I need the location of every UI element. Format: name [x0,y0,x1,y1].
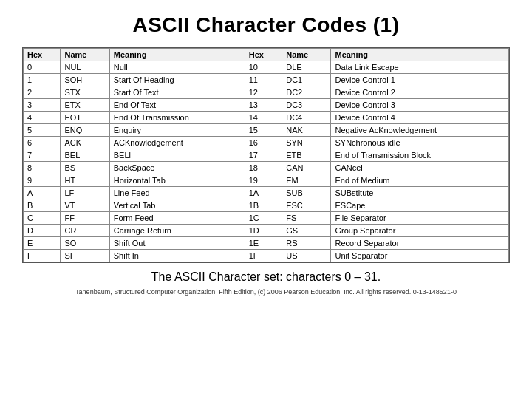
cell-name-right: EM [282,174,331,187]
cell-hex-left: 1 [24,74,61,86]
cell-meaning-left: Start Of Heading [109,74,245,86]
cell-name-left: EOT [61,112,109,124]
cell-hex-left: F [24,250,61,262]
page: ASCII Character Codes (1) Hex Name Meani… [0,0,532,399]
cell-hex-right: 13 [245,99,282,112]
cell-name-left: FF [61,212,109,225]
table-row: 6 ACK ACKnowledgement 16 SYN SYNchronous… [24,137,509,149]
cell-name-left: NUL [61,61,109,74]
cell-meaning-left: Form Feed [109,212,245,225]
cell-name-left: BS [61,162,109,174]
cell-meaning-right: CANcel [331,162,509,174]
cell-meaning-left: Null [109,61,245,74]
table-row: 5 ENQ Enquiry 15 NAK Negative AcKnowledg… [24,124,509,137]
table-row: 3 ETX End Of Text 13 DC3 Device Control … [24,99,509,112]
cell-name-left: SO [61,237,109,250]
table-row: 7 BEL BELl 17 ETB End of Transmission Bl… [24,149,509,162]
cell-hex-left: E [24,237,61,250]
cell-meaning-right: ESCape [331,200,509,212]
cell-meaning-left: Horizontal Tab [109,174,245,187]
cell-meaning-left: BELl [109,149,245,162]
cell-meaning-left: Line Feed [109,187,245,200]
cell-hex-right: 14 [245,112,282,124]
cell-name-right: SYN [282,137,331,149]
cell-name-right: ETB [282,149,331,162]
col-meaning-right: Meaning [331,49,509,61]
cell-name-left: ETX [61,99,109,112]
cell-hex-right: 12 [245,86,282,99]
table-row: 0 NUL Null 10 DLE Data Link Escape [24,61,509,74]
cell-meaning-right: Device Control 2 [331,86,509,99]
cell-meaning-left: Shift Out [109,237,245,250]
cell-hex-left: 8 [24,162,61,174]
table-row: B VT Vertical Tab 1B ESC ESCape [24,200,509,212]
table-row: E SO Shift Out 1E RS Record Separator [24,237,509,250]
ascii-table-wrapper: Hex Name Meaning Hex Name Meaning 0 NUL … [22,47,510,263]
cell-hex-right: 1B [245,200,282,212]
cell-meaning-left: Shift In [109,250,245,262]
cell-meaning-right: Device Control 3 [331,99,509,112]
cell-name-right: DC1 [282,74,331,86]
cell-meaning-left: Vertical Tab [109,200,245,212]
col-name-right: Name [282,49,331,61]
cell-hex-right: 18 [245,162,282,174]
cell-meaning-left: Enquiry [109,124,245,137]
cell-meaning-right: End of Transmission Block [331,149,509,162]
cell-name-left: VT [61,200,109,212]
cell-meaning-right: Data Link Escape [331,61,509,74]
cell-hex-right: 1E [245,237,282,250]
cell-hex-left: 2 [24,86,61,99]
cell-hex-left: A [24,187,61,200]
col-hex-right: Hex [245,49,282,61]
cell-hex-right: 11 [245,74,282,86]
cell-hex-right: 1D [245,225,282,237]
cell-hex-left: B [24,200,61,212]
cell-hex-right: 15 [245,124,282,137]
cell-name-right: CAN [282,162,331,174]
cell-name-left: CR [61,225,109,237]
cell-meaning-left: End Of Text [109,99,245,112]
cell-hex-right: 19 [245,174,282,187]
cell-meaning-right: File Separator [331,212,509,225]
cell-name-right: FS [282,212,331,225]
cell-meaning-right: Negative AcKnowledgement [331,124,509,137]
cell-name-right: RS [282,237,331,250]
cell-name-right: DC2 [282,86,331,99]
ascii-table: Hex Name Meaning Hex Name Meaning 0 NUL … [23,48,509,262]
cell-name-right: DC4 [282,112,331,124]
cell-hex-right: 1C [245,212,282,225]
cell-hex-right: 17 [245,149,282,162]
cell-name-right: GS [282,225,331,237]
cell-hex-left: 4 [24,112,61,124]
page-title: ASCII Character Codes (1) [132,13,399,37]
cell-hex-left: 7 [24,149,61,162]
cell-meaning-left: Start Of Text [109,86,245,99]
cell-name-left: SOH [61,74,109,86]
cell-name-left: STX [61,86,109,99]
cell-meaning-right: Group Separator [331,225,509,237]
subtitle: The ASCII Character set: characters 0 – … [151,270,381,284]
table-row: C FF Form Feed 1C FS File Separator [24,212,509,225]
cell-name-left: ACK [61,137,109,149]
table-row: 4 EOT End Of Transmission 14 DC4 Device … [24,112,509,124]
cell-name-right: NAK [282,124,331,137]
table-row: D CR Carriage Return 1D GS Group Separat… [24,225,509,237]
table-body: 0 NUL Null 10 DLE Data Link Escape 1 SOH… [24,61,509,262]
cell-meaning-left: BackSpace [109,162,245,174]
col-name-left: Name [61,49,109,61]
cell-hex-right: 10 [245,61,282,74]
table-header: Hex Name Meaning Hex Name Meaning [24,49,509,61]
cell-meaning-right: SYNchronous idle [331,137,509,149]
footer: Tanenbaum, Structured Computer Organizat… [75,288,457,296]
table-row: 2 STX Start Of Text 12 DC2 Device Contro… [24,86,509,99]
cell-hex-left: 3 [24,99,61,112]
table-row: A LF Line Feed 1A SUB SUBstitute [24,187,509,200]
cell-meaning-right: End of Medium [331,174,509,187]
cell-meaning-right: SUBstitute [331,187,509,200]
cell-hex-left: C [24,212,61,225]
cell-meaning-right: Unit Separator [331,250,509,262]
cell-hex-left: 6 [24,137,61,149]
table-row: F SI Shift In 1F US Unit Separator [24,250,509,262]
cell-hex-left: D [24,225,61,237]
cell-name-left: SI [61,250,109,262]
